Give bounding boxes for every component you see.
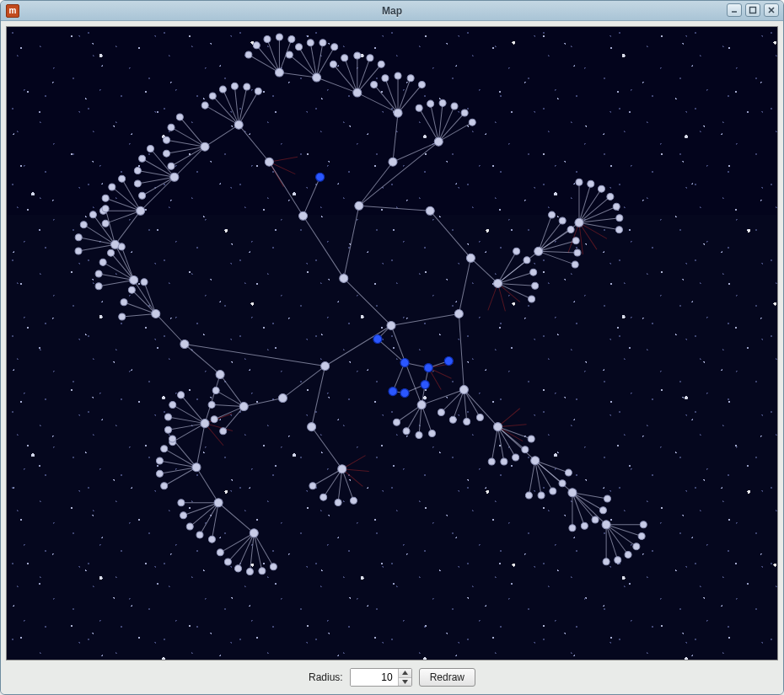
map-node[interactable] xyxy=(152,309,160,318)
map-node[interactable] xyxy=(119,175,126,182)
map-node[interactable] xyxy=(378,61,384,67)
titlebar[interactable]: m Map xyxy=(1,1,783,21)
map-node[interactable] xyxy=(394,419,400,425)
map-node[interactable] xyxy=(278,394,287,403)
radius-step-up[interactable] xyxy=(399,669,411,678)
map-node[interactable] xyxy=(320,40,326,46)
map-node[interactable] xyxy=(299,211,308,220)
map-node[interactable] xyxy=(295,44,302,51)
map-node[interactable] xyxy=(438,409,444,415)
map-node[interactable] xyxy=(211,416,217,423)
map-node[interactable] xyxy=(224,559,231,565)
map-node[interactable] xyxy=(102,195,109,201)
map-node[interactable] xyxy=(246,569,253,575)
map-node[interactable] xyxy=(259,568,266,575)
map-node[interactable] xyxy=(532,282,539,289)
map-node[interactable] xyxy=(95,283,102,290)
map-node[interactable] xyxy=(156,457,163,464)
map-node[interactable] xyxy=(522,446,529,453)
map-node[interactable] xyxy=(494,279,502,287)
map-node[interactable] xyxy=(387,321,395,329)
map-node[interactable] xyxy=(549,211,556,218)
map-node[interactable] xyxy=(102,220,109,227)
map-node[interactable] xyxy=(265,158,273,166)
map-node[interactable] xyxy=(201,420,209,428)
map-node[interactable] xyxy=(119,313,126,320)
map-node[interactable] xyxy=(255,88,261,94)
map-node[interactable] xyxy=(270,564,277,570)
map-node[interactable] xyxy=(633,543,640,550)
map-node[interactable] xyxy=(134,180,141,187)
map-node[interactable] xyxy=(466,254,475,262)
map-node[interactable] xyxy=(559,480,566,487)
map-canvas[interactable] xyxy=(6,26,778,660)
map-node[interactable] xyxy=(161,446,168,452)
map-node[interactable] xyxy=(588,180,594,187)
map-node[interactable] xyxy=(407,75,414,82)
map-node[interactable] xyxy=(130,275,138,284)
map-node[interactable] xyxy=(525,492,532,499)
map-node[interactable] xyxy=(501,458,507,465)
map-node[interactable] xyxy=(461,110,468,116)
map-node[interactable] xyxy=(638,532,645,539)
map-node[interactable] xyxy=(244,83,250,90)
map-node[interactable] xyxy=(534,247,543,255)
map-node[interactable] xyxy=(538,492,545,499)
map-node[interactable] xyxy=(353,88,362,97)
map-node[interactable] xyxy=(288,36,295,43)
map-node[interactable] xyxy=(118,243,125,250)
map-node[interactable] xyxy=(592,516,599,523)
redraw-button[interactable]: Redraw xyxy=(419,668,475,687)
map-node[interactable] xyxy=(531,457,540,465)
map-node[interactable] xyxy=(192,463,201,472)
radius-step-down[interactable] xyxy=(399,678,411,687)
map-node[interactable] xyxy=(459,386,468,394)
map-node[interactable] xyxy=(219,86,226,93)
map-node[interactable] xyxy=(335,499,341,505)
map-node[interactable] xyxy=(161,483,168,489)
map-node[interactable] xyxy=(102,206,109,212)
map-node[interactable] xyxy=(625,551,631,558)
map-node[interactable] xyxy=(313,73,321,82)
map-node[interactable] xyxy=(616,215,623,222)
map-node[interactable] xyxy=(128,286,135,293)
map-node[interactable] xyxy=(170,173,179,181)
map-node[interactable] xyxy=(416,104,422,111)
map-node[interactable] xyxy=(245,51,252,58)
map-node[interactable] xyxy=(416,432,422,439)
map-node[interactable] xyxy=(99,259,106,265)
map-node[interactable] xyxy=(201,102,208,109)
map-node[interactable] xyxy=(427,100,434,107)
map-node-highlight[interactable] xyxy=(316,173,325,181)
map-node[interactable] xyxy=(354,52,361,59)
map-node[interactable] xyxy=(494,423,502,431)
map-node-highlight[interactable] xyxy=(421,381,429,389)
map-node[interactable] xyxy=(367,55,373,61)
map-node[interactable] xyxy=(176,114,183,120)
map-node[interactable] xyxy=(180,339,189,348)
radius-input[interactable] xyxy=(351,669,398,686)
map-node[interactable] xyxy=(569,525,576,532)
map-node-highlight[interactable] xyxy=(389,388,397,396)
map-node[interactable] xyxy=(418,81,425,88)
maximize-button[interactable] xyxy=(745,3,760,17)
map-node[interactable] xyxy=(603,559,609,565)
map-node[interactable] xyxy=(169,402,176,409)
map-node[interactable] xyxy=(220,428,227,435)
map-node[interactable] xyxy=(164,150,170,157)
map-node[interactable] xyxy=(640,521,647,528)
map-node[interactable] xyxy=(134,168,141,174)
map-node[interactable] xyxy=(321,362,330,371)
map-node[interactable] xyxy=(403,428,410,435)
map-node[interactable] xyxy=(355,201,363,210)
map-node[interactable] xyxy=(139,192,146,199)
map-node[interactable] xyxy=(434,137,443,146)
map-node[interactable] xyxy=(320,494,327,500)
map-node[interactable] xyxy=(196,532,203,538)
map-node[interactable] xyxy=(567,227,574,233)
map-node[interactable] xyxy=(598,185,604,192)
map-node[interactable] xyxy=(382,75,389,82)
map-node[interactable] xyxy=(530,269,537,275)
map-node[interactable] xyxy=(276,34,282,40)
map-node[interactable] xyxy=(389,158,397,166)
